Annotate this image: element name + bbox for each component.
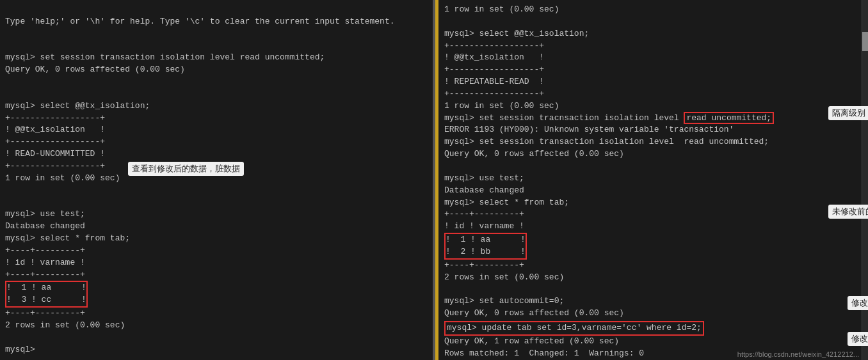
- right-table-row-2: ! 2 ! bb !: [446, 246, 526, 258]
- left-line-11: mysql> use test;: [5, 209, 85, 219]
- annotation-1-text: 隔离级别：read uncommitted: [828, 106, 868, 120]
- left-line-7: +------------------+: [5, 137, 105, 146]
- left-table-row-1: ! 1 ! aa !: [6, 282, 86, 294]
- left-table-row-2: ! 3 ! cc !: [6, 294, 86, 306]
- left-terminal-panel: Type 'help;' or '\h' for help. Type '\c'…: [0, 0, 435, 360]
- left-line-16: +----+---------+: [5, 270, 85, 279]
- annotation-3-text: 修改id=2 的数据: [848, 296, 868, 310]
- left-line-5: +------------------+: [5, 113, 105, 123]
- left-line-4: mysql> select @@tx_isolation;: [5, 101, 150, 111]
- watermark: https://blog.csdn.net/weixin_4212212...: [737, 350, 859, 358]
- annotation-4-text: 修改数据后，没有提交: [848, 332, 868, 346]
- annotation-5-text: 查看到修改后的数据，脏数据: [128, 162, 244, 176]
- left-line-1: Type 'help;' or '\h' for help. Type '\c'…: [5, 17, 395, 26]
- left-line-14: +----+---------+: [5, 246, 85, 255]
- left-line-9: +------------------+: [5, 161, 105, 171]
- left-after-table: +----+---------+ 2 rows in set (0.00 sec…: [5, 308, 428, 356]
- left-line-8: ! READ-UNCOMMITTED !: [5, 149, 105, 159]
- left-line-3: Query OK, 0 rows affected (0.00 sec): [5, 65, 185, 74]
- scrollbar-thumb[interactable]: [862, 32, 868, 51]
- right-error-cmd: mysql> set session tracnsaction isolatio…: [444, 113, 863, 125]
- right-top-lines: 1 row in set (0.00 sec) mysql> select @@…: [444, 4, 863, 113]
- annotation-2-text: 未修改前的数据: [828, 205, 868, 219]
- left-line-15: ! id ! varname !: [5, 258, 85, 267]
- left-terminal-text: Type 'help;' or '\h' for help. Type '\c'…: [5, 4, 428, 281]
- right-queryok-1: Query OK, 0 rows affected (0.00 sec): [444, 148, 863, 160]
- right-after-table2: +----+---------+ 2 rows in set (0.00 sec…: [444, 260, 863, 320]
- right-terminal-panel: 1 row in set (0.00 sec) mysql> select @@…: [435, 0, 868, 360]
- left-line-13: mysql> select * from tab;: [5, 233, 130, 243]
- left-line-10: 1 row in set (0.00 sec): [5, 173, 120, 183]
- right-error-line: ERROR 1193 (HY000): Unknown system varia…: [444, 124, 863, 136]
- right-fix-line: mysql> set session transaction isolation…: [444, 136, 863, 148]
- right-mid-lines: mysql> use test; Database changed mysql>…: [444, 160, 863, 233]
- right-table-row-1: ! 1 ! aa !: [446, 234, 526, 246]
- right-update-cmd: mysql> update tab set id=3,varname='cc' …: [447, 322, 702, 334]
- left-line-6: ! @@tx_isolation !: [5, 125, 105, 134]
- left-line-2: mysql> set session transaction isolation…: [5, 52, 325, 62]
- left-line-12: Database changed: [5, 221, 85, 231]
